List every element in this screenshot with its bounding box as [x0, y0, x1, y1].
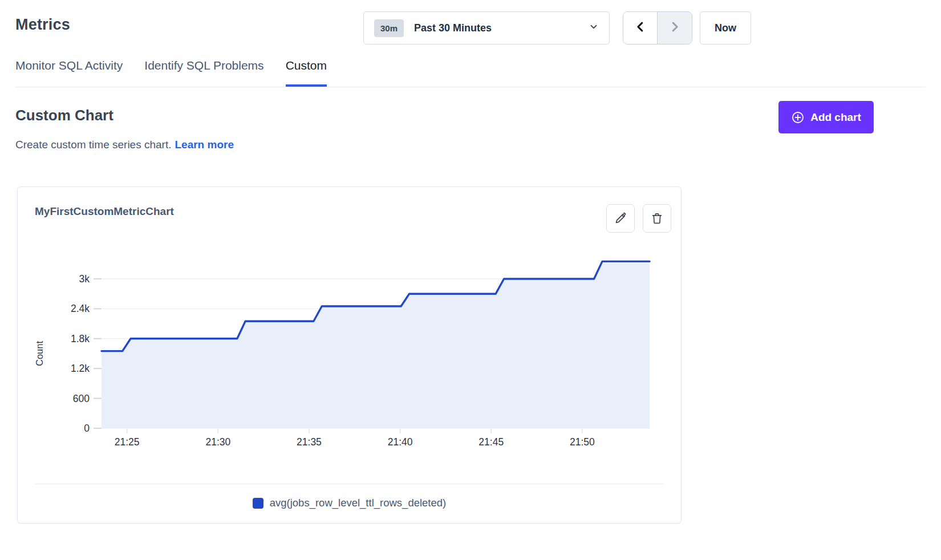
- chevron-left-icon: [634, 21, 647, 35]
- pencil-icon: [614, 212, 627, 225]
- svg-text:1.8k: 1.8k: [71, 333, 90, 344]
- svg-text:21:50: 21:50: [570, 436, 595, 448]
- time-window-badge: 30m: [374, 19, 404, 37]
- delete-chart-button[interactable]: [643, 204, 671, 233]
- svg-text:600: 600: [73, 393, 90, 404]
- chevron-right-icon: [668, 21, 681, 35]
- legend-divider: [35, 484, 664, 484]
- section-description: Create custom time series chart.Learn mo…: [15, 139, 234, 151]
- add-chart-label: Add chart: [810, 111, 861, 124]
- metrics-page: Metrics 30m Past 30 Minutes Now Monitor …: [0, 0, 941, 560]
- custom-chart-svg: 06001.2k1.8k2.4k3k21:2521:3021:3521:4021…: [18, 244, 682, 461]
- trash-icon: [650, 212, 664, 225]
- add-chart-button[interactable]: Add chart: [778, 101, 874, 133]
- next-time-button[interactable]: [658, 12, 692, 44]
- svg-text:21:35: 21:35: [297, 436, 322, 448]
- tabs-divider: [15, 87, 926, 87]
- previous-time-button[interactable]: [623, 12, 658, 44]
- time-step-buttons: [623, 11, 692, 44]
- plus-circle-icon: [791, 111, 805, 124]
- tab-custom[interactable]: Custom: [286, 59, 327, 87]
- legend-label: avg(jobs_row_level_ttl_rows_deleted): [270, 497, 447, 509]
- svg-text:Count: Count: [34, 341, 44, 366]
- time-range-select[interactable]: 30m Past 30 Minutes: [363, 11, 610, 44]
- chart-legend: avg(jobs_row_level_ttl_rows_deleted): [18, 497, 681, 509]
- svg-text:21:30: 21:30: [205, 436, 230, 448]
- svg-text:2.4k: 2.4k: [71, 303, 90, 314]
- tab-monitor-sql-activity[interactable]: Monitor SQL Activity: [15, 59, 123, 87]
- edit-chart-button[interactable]: [606, 204, 635, 233]
- svg-text:3k: 3k: [79, 273, 90, 285]
- section-heading: Custom Chart: [15, 107, 113, 124]
- page-title: Metrics: [15, 16, 70, 34]
- custom-chart-card: MyFirstCustomMetricChart 06001.2k1.8k2.4…: [17, 186, 682, 524]
- svg-text:21:25: 21:25: [115, 436, 140, 448]
- learn-more-link[interactable]: Learn more: [175, 139, 233, 151]
- chart-title: MyFirstCustomMetricChart: [35, 205, 174, 218]
- metrics-tabs: Monitor SQL Activity Identify SQL Proble…: [15, 59, 327, 87]
- tab-identify-sql-problems[interactable]: Identify SQL Problems: [144, 59, 263, 87]
- chevron-down-icon: [589, 22, 599, 34]
- time-window-label: Past 30 Minutes: [414, 22, 492, 34]
- now-button[interactable]: Now: [700, 11, 751, 44]
- svg-text:21:40: 21:40: [388, 436, 413, 448]
- svg-text:0: 0: [84, 423, 90, 434]
- svg-text:1.2k: 1.2k: [71, 363, 90, 374]
- svg-text:21:45: 21:45: [478, 436, 504, 448]
- legend-swatch: [253, 498, 263, 509]
